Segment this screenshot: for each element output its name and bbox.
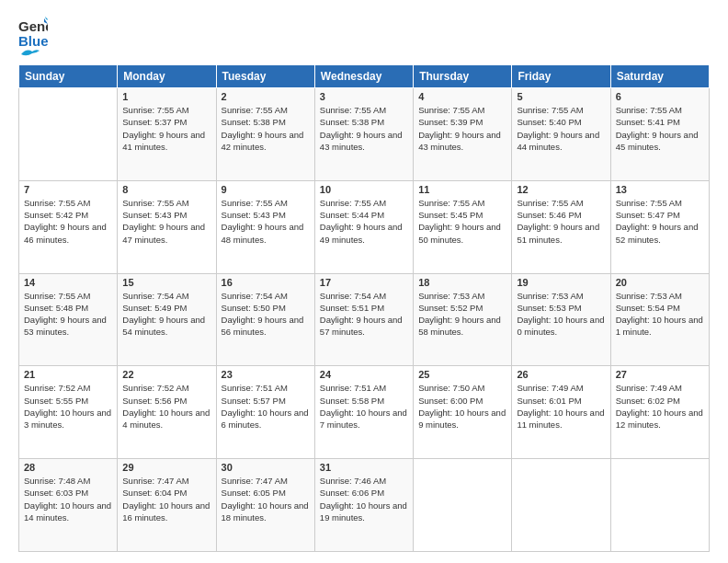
sunset-text: Sunset: 5:56 PM [122, 396, 187, 406]
calendar-cell [512, 459, 610, 552]
sunrise-text: Sunrise: 7:55 AM [517, 105, 583, 115]
calendar-cell [610, 459, 709, 552]
calendar-cell: 8Sunrise: 7:55 AMSunset: 5:43 PMDaylight… [118, 180, 216, 273]
sunrise-text: Sunrise: 7:46 AM [320, 476, 386, 486]
daylight-text: Daylight: 9 hours and 45 minutes. [616, 130, 699, 152]
sunset-text: Sunset: 5:54 PM [616, 303, 680, 313]
header-day-wednesday: Wednesday [314, 65, 413, 88]
day-number: 26 [517, 369, 605, 380]
sunrise-text: Sunrise: 7:55 AM [222, 105, 288, 115]
sunset-text: Sunset: 5:48 PM [24, 303, 88, 313]
day-number: 24 [320, 369, 408, 380]
day-number: 10 [320, 184, 408, 195]
daylight-text: Daylight: 9 hours and 54 minutes. [122, 315, 205, 337]
daylight-text: Daylight: 9 hours and 47 minutes. [122, 222, 205, 244]
sunset-text: Sunset: 5:55 PM [24, 396, 88, 406]
calendar-cell: 11Sunrise: 7:55 AMSunset: 5:45 PMDayligh… [414, 180, 512, 273]
header-day-friday: Friday [512, 65, 610, 88]
daylight-text: Daylight: 10 hours and 16 minutes. [122, 500, 210, 523]
sunrise-text: Sunrise: 7:53 AM [418, 291, 484, 301]
week-row-3: 21Sunrise: 7:52 AMSunset: 5:55 PMDayligh… [19, 366, 710, 459]
day-number: 17 [320, 277, 408, 288]
day-number: 23 [222, 369, 310, 380]
sunrise-text: Sunrise: 7:54 AM [122, 291, 188, 301]
sunrise-text: Sunrise: 7:55 AM [616, 198, 682, 208]
day-number: 5 [517, 91, 605, 102]
day-number: 2 [222, 91, 310, 102]
calendar-cell: 26Sunrise: 7:49 AMSunset: 6:01 PMDayligh… [512, 366, 610, 459]
sunset-text: Sunset: 5:47 PM [616, 210, 680, 220]
sunset-text: Sunset: 5:57 PM [222, 396, 286, 406]
day-number: 12 [517, 184, 605, 195]
calendar-cell: 19Sunrise: 7:53 AMSunset: 5:53 PMDayligh… [512, 273, 610, 366]
sunset-text: Sunset: 6:03 PM [24, 488, 88, 498]
sunset-text: Sunset: 5:49 PM [122, 303, 187, 313]
sunset-text: Sunset: 5:38 PM [222, 117, 286, 127]
logo-icon: General Blue [18, 15, 48, 48]
sunset-text: Sunset: 5:43 PM [122, 210, 187, 220]
sunset-text: Sunset: 5:37 PM [122, 117, 187, 127]
calendar-cell: 22Sunrise: 7:52 AMSunset: 5:56 PMDayligh… [118, 366, 216, 459]
calendar-cell: 12Sunrise: 7:55 AMSunset: 5:46 PMDayligh… [512, 180, 610, 273]
day-number: 9 [222, 184, 310, 195]
daylight-text: Daylight: 10 hours and 9 minutes. [418, 408, 506, 430]
calendar-cell: 3Sunrise: 7:55 AMSunset: 5:38 PMDaylight… [314, 88, 413, 181]
calendar-cell: 7Sunrise: 7:55 AMSunset: 5:42 PMDaylight… [19, 180, 118, 273]
sunset-text: Sunset: 6:06 PM [320, 488, 384, 498]
calendar-cell: 18Sunrise: 7:53 AMSunset: 5:52 PMDayligh… [414, 273, 512, 366]
calendar-cell: 29Sunrise: 7:47 AMSunset: 6:04 PMDayligh… [118, 459, 216, 552]
day-number: 6 [616, 91, 704, 102]
sunrise-text: Sunrise: 7:55 AM [517, 198, 583, 208]
day-number: 19 [517, 277, 605, 288]
calendar-cell: 17Sunrise: 7:54 AMSunset: 5:51 PMDayligh… [314, 273, 413, 366]
daylight-text: Daylight: 10 hours and 0 minutes. [517, 315, 604, 337]
daylight-text: Daylight: 10 hours and 19 minutes. [320, 500, 407, 523]
logo-bird-icon [19, 48, 40, 61]
calendar-table: SundayMondayTuesdayWednesdayThursdayFrid… [18, 64, 710, 552]
daylight-text: Daylight: 9 hours and 44 minutes. [517, 130, 599, 152]
day-number: 30 [222, 462, 310, 473]
calendar-cell: 28Sunrise: 7:48 AMSunset: 6:03 PMDayligh… [19, 459, 118, 552]
sunset-text: Sunset: 5:46 PM [517, 210, 581, 220]
sunrise-text: Sunrise: 7:48 AM [24, 476, 90, 486]
daylight-text: Daylight: 10 hours and 1 minute. [616, 315, 703, 337]
sunrise-text: Sunrise: 7:55 AM [418, 105, 484, 115]
sunrise-text: Sunrise: 7:55 AM [320, 105, 386, 115]
calendar-cell: 1Sunrise: 7:55 AMSunset: 5:37 PMDaylight… [118, 88, 216, 181]
day-number: 31 [320, 462, 408, 473]
daylight-text: Daylight: 9 hours and 52 minutes. [616, 222, 699, 244]
daylight-text: Daylight: 9 hours and 46 minutes. [24, 222, 107, 244]
calendar-cell: 2Sunrise: 7:55 AMSunset: 5:38 PMDaylight… [216, 88, 314, 181]
sunset-text: Sunset: 6:00 PM [418, 396, 483, 406]
calendar-cell: 5Sunrise: 7:55 AMSunset: 5:40 PMDaylight… [512, 88, 610, 181]
calendar-cell: 10Sunrise: 7:55 AMSunset: 5:44 PMDayligh… [314, 180, 413, 273]
daylight-text: Daylight: 10 hours and 3 minutes. [24, 408, 111, 430]
sunrise-text: Sunrise: 7:52 AM [122, 383, 188, 393]
day-number: 11 [418, 184, 506, 195]
svg-text:General: General [18, 18, 48, 34]
daylight-text: Daylight: 10 hours and 14 minutes. [24, 500, 111, 523]
calendar-cell: 14Sunrise: 7:55 AMSunset: 5:48 PMDayligh… [19, 273, 118, 366]
sunset-text: Sunset: 5:40 PM [517, 117, 581, 127]
calendar-header-row: SundayMondayTuesdayWednesdayThursdayFrid… [19, 65, 710, 88]
day-number: 25 [418, 369, 506, 380]
sunrise-text: Sunrise: 7:55 AM [24, 198, 90, 208]
sunset-text: Sunset: 5:44 PM [320, 210, 384, 220]
daylight-text: Daylight: 9 hours and 48 minutes. [222, 222, 304, 244]
calendar-cell: 15Sunrise: 7:54 AMSunset: 5:49 PMDayligh… [118, 273, 216, 366]
day-number: 29 [122, 462, 210, 473]
calendar-cell: 24Sunrise: 7:51 AMSunset: 5:58 PMDayligh… [314, 366, 413, 459]
sunset-text: Sunset: 6:05 PM [222, 488, 286, 498]
sunset-text: Sunset: 5:50 PM [222, 303, 286, 313]
calendar-cell: 23Sunrise: 7:51 AMSunset: 5:57 PMDayligh… [216, 366, 314, 459]
sunset-text: Sunset: 5:45 PM [418, 210, 483, 220]
calendar-cell: 25Sunrise: 7:50 AMSunset: 6:00 PMDayligh… [414, 366, 512, 459]
sunrise-text: Sunrise: 7:52 AM [24, 383, 90, 393]
sunset-text: Sunset: 5:51 PM [320, 303, 384, 313]
sunset-text: Sunset: 5:42 PM [24, 210, 88, 220]
sunset-text: Sunset: 5:38 PM [320, 117, 384, 127]
daylight-text: Daylight: 10 hours and 11 minutes. [517, 408, 604, 430]
sunrise-text: Sunrise: 7:47 AM [222, 476, 288, 486]
day-number: 18 [418, 277, 506, 288]
calendar-cell: 16Sunrise: 7:54 AMSunset: 5:50 PMDayligh… [216, 273, 314, 366]
